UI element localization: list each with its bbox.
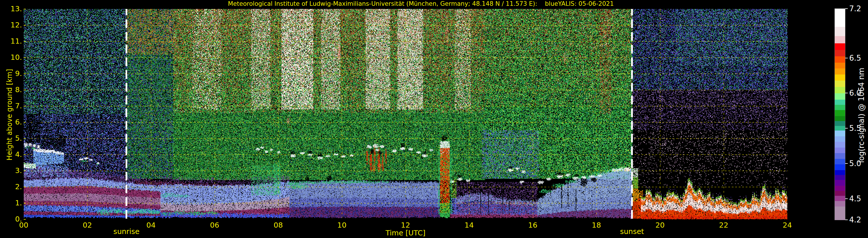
colorbar-axis-label: log(rc-signal) @ 1064 nm	[857, 49, 866, 182]
y-tick-label: 4.	[0, 151, 22, 158]
colorbar-segment	[835, 74, 845, 80]
y-tick-label: 7.	[0, 102, 22, 110]
colorbar-segment	[835, 93, 845, 100]
colorbar-segment	[835, 180, 845, 186]
colorbar-segment	[835, 186, 845, 191]
colorbar-segment	[835, 191, 845, 196]
y-tick-label: 8.	[0, 86, 22, 94]
lidar-heatmap-plot-area	[24, 9, 788, 220]
x-tick-label: 14	[456, 222, 482, 229]
lidar-quicklook-app: { "title": "Meteorological Institute of …	[0, 0, 868, 238]
y-tick-label: 2.	[0, 183, 22, 191]
colorbar-segment	[835, 147, 845, 154]
x-tick-label: 02	[74, 222, 100, 229]
colorbar-segment	[835, 68, 845, 74]
colorbar-segment	[835, 126, 845, 131]
colorbar-segment	[835, 110, 845, 116]
x-tick-label: 10	[329, 222, 355, 229]
x-tick-label: 06	[202, 222, 228, 229]
colorbar-tick	[845, 219, 848, 220]
colorbar-tick	[845, 198, 848, 199]
page-title: Meteorological Institute of Ludwig-Maxim…	[0, 0, 842, 7]
colorbar-tick-label: 4.5	[849, 195, 861, 203]
colorbar-segment	[835, 201, 845, 206]
colorbar-segment	[835, 100, 845, 105]
y-tick-label: 13.	[0, 5, 22, 13]
colorbar-tick-label: 4.2	[849, 216, 861, 224]
colorbar-segment	[835, 131, 845, 136]
colorbar-segment	[835, 196, 845, 201]
x-tick-label: 24	[774, 222, 800, 229]
colorbar-segment	[835, 175, 845, 180]
colorbar-segment	[835, 9, 845, 27]
y-tick-label: 10.	[0, 54, 22, 61]
x-tick-label: 18	[583, 222, 610, 229]
y-tick-label: 3.	[0, 167, 22, 174]
colorbar-segment	[835, 170, 845, 175]
colorbar-segment	[835, 50, 845, 57]
sunrise-label: sunrise	[103, 227, 150, 236]
colorbar-tick	[845, 58, 848, 58]
colorbar-segment	[835, 36, 845, 43]
colorbar	[835, 9, 845, 220]
colorbar-segment	[835, 56, 845, 63]
colorbar-segment	[835, 43, 845, 50]
y-tick-label: 11.	[0, 38, 22, 45]
colorbar-tick	[845, 128, 848, 129]
x-tick-label: 16	[520, 222, 546, 229]
colorbar-segment	[835, 87, 845, 94]
x-axis-label: Time [UTC]	[362, 229, 449, 237]
y-tick-label: 12.	[0, 21, 22, 29]
colorbar-segment	[835, 80, 845, 87]
colorbar-tick-label: 7.2	[849, 5, 861, 13]
y-tick-label: 5.	[0, 135, 22, 142]
sunset-label: sunset	[609, 227, 655, 236]
colorbar-segment	[835, 136, 845, 142]
colorbar-segment	[835, 153, 845, 159]
x-tick-label: 08	[265, 222, 291, 229]
colorbar-segment	[835, 206, 845, 220]
colorbar-tick	[845, 93, 848, 93]
colorbar-segment	[835, 164, 845, 170]
y-tick-label: 9.	[0, 70, 22, 77]
x-tick-label: 22	[711, 222, 737, 229]
x-tick-label: 00	[11, 222, 37, 229]
colorbar-segment	[835, 105, 845, 110]
y-tick-label: 1.	[0, 199, 22, 207]
y-axis-label: Height above ground [km]	[5, 47, 13, 182]
y-tick-label: 6.	[0, 118, 22, 126]
colorbar-segment	[835, 63, 845, 69]
colorbar-segment	[835, 159, 845, 165]
colorbar-segment	[835, 142, 845, 147]
colorbar-segment	[835, 27, 845, 36]
colorbar-segment	[835, 121, 845, 126]
colorbar-segment	[835, 116, 845, 121]
colorbar-tick	[845, 163, 848, 164]
colorbar-tick	[845, 8, 848, 9]
x-tick-label: 12	[393, 222, 418, 229]
